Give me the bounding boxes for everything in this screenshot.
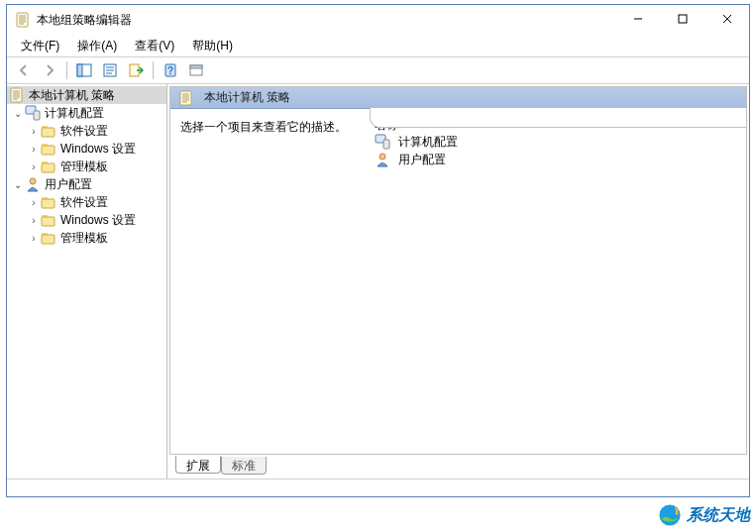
tree-label: Windows 设置: [60, 212, 136, 229]
tree-label: 软件设置: [60, 194, 108, 211]
app-window: 本地组策略编辑器 文件(F) 操作(A) 查看(V) 帮助(H) ?: [6, 4, 750, 497]
tree-label: 管理模板: [60, 230, 108, 247]
folder-icon: [41, 230, 56, 246]
tree-label: 软件设置: [60, 123, 108, 140]
tab-extended[interactable]: 扩展: [175, 456, 221, 474]
tree-software-settings[interactable]: › 软件设置: [7, 122, 166, 140]
close-button[interactable]: [704, 5, 749, 33]
svg-rect-16: [77, 64, 82, 76]
filter-button[interactable]: [184, 59, 208, 81]
svg-rect-25: [190, 65, 202, 68]
menu-help[interactable]: 帮助(H): [184, 36, 241, 56]
user-icon: [375, 152, 390, 167]
tree-admin-templates[interactable]: › 管理模板: [7, 229, 166, 247]
tree-software-settings[interactable]: › 软件设置: [7, 193, 166, 211]
content-pane: 本地计算机 策略 选择一个项目来查看它的描述。 名称 计算机配置: [167, 84, 749, 479]
tree-label: 管理模板: [60, 159, 108, 175]
list-item-label: 计算机配置: [398, 134, 458, 151]
tree-windows-settings[interactable]: › Windows 设置: [7, 140, 166, 158]
doc-icon: [178, 90, 194, 106]
tree-admin-templates[interactable]: › 管理模板: [7, 158, 166, 175]
maximize-button[interactable]: [660, 5, 704, 33]
collapse-icon[interactable]: ⌄: [11, 179, 25, 190]
header-notch: [370, 108, 746, 128]
toolbar: ?: [7, 56, 749, 84]
menubar: 文件(F) 操作(A) 查看(V) 帮助(H): [7, 35, 749, 56]
list-item-user-config[interactable]: 用户配置: [369, 151, 746, 168]
show-hide-tree-button[interactable]: [72, 59, 96, 81]
expand-icon[interactable]: ›: [27, 197, 41, 208]
list-item-computer-config[interactable]: 计算机配置: [369, 133, 746, 151]
minimize-button[interactable]: [615, 5, 660, 33]
body: 本地计算机 策略 ⌄ 计算机配置 › 软件设置 › Windows 设置: [7, 84, 749, 479]
app-icon: [15, 12, 31, 28]
tree-label: 计算机配置: [45, 105, 104, 122]
forward-button[interactable]: [38, 59, 61, 81]
back-button[interactable]: [12, 59, 36, 81]
toolbar-separator: [153, 61, 154, 79]
computer-icon: [375, 134, 390, 150]
list-column: 名称 计算机配置 用户配置: [369, 109, 746, 454]
toolbar-separator: [66, 61, 67, 79]
watermark-text: 系统天地: [687, 505, 750, 526]
status-bar: [7, 479, 749, 496]
tree-label: Windows 设置: [60, 141, 136, 158]
list-item-label: 用户配置: [398, 152, 446, 168]
expand-icon[interactable]: ›: [27, 161, 41, 172]
user-icon: [25, 176, 41, 192]
watermark: 系统天地: [657, 502, 750, 528]
globe-icon: [657, 502, 683, 528]
window-title: 本地组策略编辑器: [37, 12, 615, 29]
details-region: 本地计算机 策略 选择一个项目来查看它的描述。 名称 计算机配置: [169, 86, 747, 455]
description-hint: 选择一个项目来查看它的描述。: [180, 120, 347, 134]
svg-rect-12: [679, 15, 687, 23]
svg-text:?: ?: [167, 65, 173, 76]
details-body: 选择一个项目来查看它的描述。 名称 计算机配置 用户配置: [170, 109, 746, 454]
bottom-tabs: 扩展 标准: [167, 457, 749, 479]
menu-action[interactable]: 操作(A): [69, 36, 125, 56]
expand-icon[interactable]: ›: [27, 233, 41, 244]
doc-icon: [9, 87, 25, 103]
tree-pane[interactable]: 本地计算机 策略 ⌄ 计算机配置 › 软件设置 › Windows 设置: [7, 84, 167, 479]
folder-icon: [41, 212, 56, 228]
folder-icon: [41, 194, 56, 210]
collapse-icon[interactable]: ⌄: [11, 108, 25, 119]
tree-windows-settings[interactable]: › Windows 设置: [7, 211, 166, 229]
folder-icon: [41, 141, 56, 157]
tree-label: 用户配置: [45, 176, 92, 193]
expand-icon[interactable]: ›: [27, 144, 41, 155]
properties-button[interactable]: [98, 59, 122, 81]
svg-point-26: [659, 504, 680, 525]
folder-icon: [41, 159, 56, 174]
expand-icon[interactable]: ›: [27, 126, 41, 137]
export-list-button[interactable]: [124, 59, 148, 81]
expand-icon[interactable]: ›: [27, 215, 41, 226]
details-header: 本地计算机 策略: [170, 87, 746, 109]
tree-user-config[interactable]: ⌄ 用户配置: [7, 175, 166, 193]
description-column: 选择一个项目来查看它的描述。: [170, 109, 369, 454]
tree-computer-config[interactable]: ⌄ 计算机配置: [7, 104, 166, 122]
menu-view[interactable]: 查看(V): [127, 36, 182, 56]
tab-standard[interactable]: 标准: [221, 457, 267, 475]
tree-root-label: 本地计算机 策略: [29, 87, 115, 104]
folder-icon: [41, 123, 56, 139]
details-title: 本地计算机 策略: [204, 89, 290, 106]
computer-icon: [25, 105, 41, 121]
tree-root[interactable]: 本地计算机 策略: [7, 86, 166, 104]
help-button[interactable]: ?: [159, 59, 182, 81]
menu-file[interactable]: 文件(F): [13, 36, 67, 56]
titlebar: 本地组策略编辑器: [7, 5, 749, 35]
